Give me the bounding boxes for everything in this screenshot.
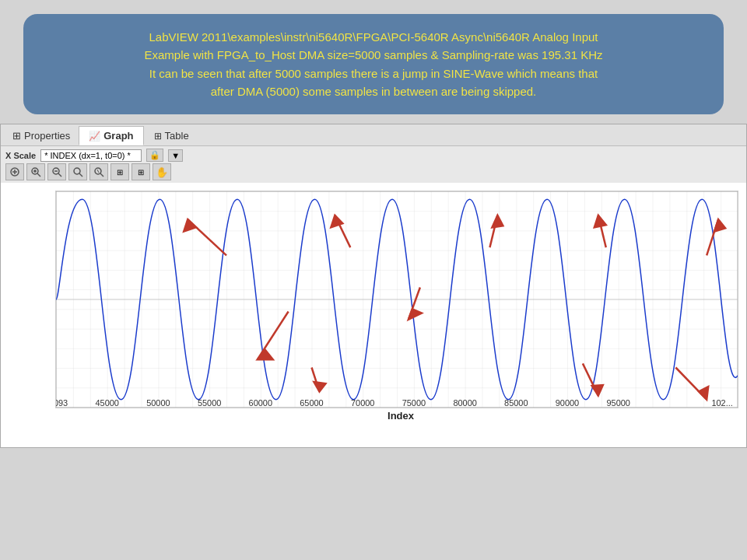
scale-input[interactable] bbox=[40, 149, 142, 162]
info-line1: LabVIEW 2011\examples\instr\ni5640R\FPGA… bbox=[45, 28, 702, 46]
svg-text:80000: 80000 bbox=[453, 398, 476, 408]
tool-btn-2[interactable] bbox=[26, 163, 45, 180]
tool-btn-6[interactable]: ⊞ bbox=[110, 163, 129, 180]
info-line4: after DMA (5000) some samples in between… bbox=[45, 82, 702, 100]
svg-text:55000: 55000 bbox=[198, 398, 221, 408]
tab-table[interactable]: ⊞ Table bbox=[144, 126, 199, 145]
svg-point-10 bbox=[74, 168, 80, 174]
graph-tab-icon: 📈 bbox=[89, 131, 100, 142]
graph-area: ▣ 🔧 📈 ↕ 0.001 0.0008 0.0006 0.0004 0.000… bbox=[1, 183, 746, 447]
tab-properties[interactable]: ⊞ Properties bbox=[4, 126, 79, 145]
lock-button[interactable]: 🔒 bbox=[146, 149, 163, 162]
info-line3: It can be seen that after 5000 samples t… bbox=[45, 65, 702, 82]
tabs-panel: ⊞ Properties 📈 Graph ⊞ Table X Scale 🔒 ▼ bbox=[0, 124, 747, 448]
x-axis-label: Index bbox=[55, 410, 746, 422]
tab-properties-label: Properties bbox=[24, 130, 70, 142]
svg-text:95000: 95000 bbox=[606, 398, 630, 408]
table-tab-icon: ⊞ bbox=[154, 131, 162, 142]
chart-inner: 38093 45000 50000 55000 60000 65000 7000… bbox=[55, 191, 738, 408]
svg-text:45000: 45000 bbox=[95, 398, 118, 408]
tool-btn-4[interactable] bbox=[68, 163, 87, 180]
dropdown-button[interactable]: ▼ bbox=[168, 149, 183, 162]
svg-text:102...: 102... bbox=[711, 398, 732, 408]
info-line2: Example with FPGA_to_Host DMA size=5000 … bbox=[45, 46, 702, 64]
svg-text:50000: 50000 bbox=[146, 398, 170, 408]
properties-icon: ⊞ bbox=[12, 130, 21, 142]
sine-wave-chart: 38093 45000 50000 55000 60000 65000 7000… bbox=[56, 191, 738, 408]
svg-text:65000: 65000 bbox=[300, 398, 323, 408]
svg-text:85000: 85000 bbox=[504, 398, 528, 408]
x-scale-row: X Scale 🔒 ▼ bbox=[5, 149, 742, 162]
tab-graph[interactable]: 📈 Graph bbox=[79, 126, 143, 145]
svg-text:60000: 60000 bbox=[249, 398, 272, 408]
svg-text:70000: 70000 bbox=[351, 398, 374, 408]
svg-text:90000: 90000 bbox=[556, 398, 579, 408]
tab-table-label: Table bbox=[165, 130, 189, 142]
svg-text:38093: 38093 bbox=[56, 398, 68, 408]
tool-btn-5[interactable] bbox=[89, 163, 108, 180]
tool-btn-7[interactable]: ⊞ bbox=[132, 163, 150, 180]
svg-line-14 bbox=[97, 170, 99, 173]
svg-line-13 bbox=[100, 173, 103, 177]
svg-line-11 bbox=[79, 173, 82, 177]
tab-graph-label: Graph bbox=[103, 130, 133, 142]
tool-btn-3[interactable] bbox=[47, 163, 66, 180]
tool-btn-1[interactable] bbox=[5, 163, 24, 180]
tool-btn-8[interactable]: ✋ bbox=[153, 163, 171, 180]
svg-line-8 bbox=[58, 173, 61, 177]
x-scale-label: X Scale bbox=[5, 151, 36, 160]
svg-text:75000: 75000 bbox=[402, 398, 426, 408]
chart-container: 38093 45000 50000 55000 60000 65000 7000… bbox=[1, 183, 746, 447]
graph-controls: X Scale 🔒 ▼ ⊞ ⊞ ✋ bbox=[1, 146, 746, 183]
tabs-bar: ⊞ Properties 📈 Graph ⊞ Table bbox=[1, 124, 746, 146]
info-box: LabVIEW 2011\examples\instr\ni5640R\FPGA… bbox=[23, 14, 724, 114]
toolbar-row: ⊞ ⊞ ✋ bbox=[5, 163, 742, 180]
svg-line-4 bbox=[37, 173, 40, 177]
